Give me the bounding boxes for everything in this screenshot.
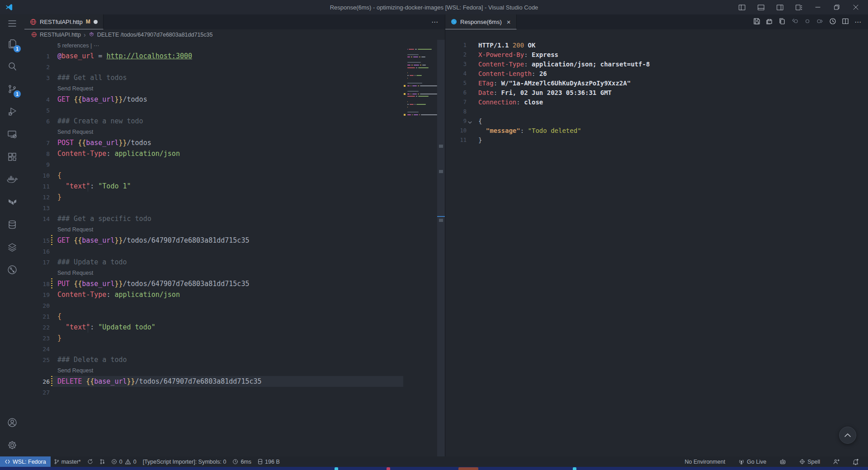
code-line[interactable]: 21{ xyxy=(24,311,403,322)
response-duration[interactable]: 6ms xyxy=(229,456,255,467)
overview-ruler[interactable] xyxy=(437,40,445,456)
breadcrumb-symbol[interactable]: DELETE /todos/647907d7e6803a81dd715c35 xyxy=(97,32,213,38)
response-line[interactable]: 7Connection: close xyxy=(445,97,862,107)
codelens-send-request[interactable]: Send Request xyxy=(24,268,403,278)
code-line[interactable]: 27 xyxy=(24,387,403,398)
notifications-button[interactable] xyxy=(849,456,862,467)
scroll-to-top-button[interactable] xyxy=(839,427,856,444)
docker-icon[interactable] xyxy=(0,168,24,191)
code-line[interactable]: 5 xyxy=(24,105,403,116)
response-line[interactable]: 5ETag: W/"1a-AMze7lc6UhKuDyAszPoIy9Xxz2A… xyxy=(445,78,862,88)
codelens-send-request[interactable]: Send Request xyxy=(24,83,403,94)
response-line[interactable]: 3Content-Type: application/json; charset… xyxy=(445,59,862,69)
code-line[interactable]: 14### Get a specific todo xyxy=(24,213,403,224)
codelens-send-request[interactable]: Send Request xyxy=(24,127,403,137)
codelens-send-request[interactable]: Send Request xyxy=(24,224,403,235)
run-debug-icon[interactable] xyxy=(0,100,24,123)
remote-explorer-icon[interactable] xyxy=(0,123,24,146)
go-live-button[interactable]: Go Live xyxy=(735,456,769,467)
toggle-panel-icon[interactable] xyxy=(753,1,769,13)
customize-layout-icon[interactable] xyxy=(791,1,807,13)
search-icon[interactable] xyxy=(0,55,24,78)
code-line[interactable]: 6### Create a new todo xyxy=(24,116,403,127)
http-editor[interactable]: 5 references | ⋯1@base_url = http://loca… xyxy=(24,40,445,456)
code-line[interactable]: 20 xyxy=(24,300,403,311)
codelens-references[interactable]: 5 references | ⋯ xyxy=(24,40,403,51)
split-editor-icon[interactable] xyxy=(842,18,849,27)
response-line[interactable]: 1HTTP/1.1 200 OK xyxy=(445,40,862,50)
unfold-response-icon[interactable] xyxy=(804,18,811,27)
rerun-request-icon[interactable] xyxy=(829,18,836,27)
taskbar-sliver[interactable] xyxy=(0,467,868,470)
close-button[interactable] xyxy=(848,1,863,13)
extensions-icon[interactable] xyxy=(0,146,24,168)
toggle-sidebar-icon[interactable] xyxy=(734,1,750,13)
code-line[interactable]: 1@base_url = http://localhost:3000 xyxy=(24,51,403,61)
code-line[interactable]: 23} xyxy=(24,333,403,343)
code-line[interactable]: 9 xyxy=(24,159,403,170)
restore-button[interactable] xyxy=(829,1,844,13)
response-line[interactable]: 6Date: Fri, 02 Jun 2023 05:36:31 GMT xyxy=(445,88,862,97)
code-line[interactable]: 16 xyxy=(24,246,403,257)
code-line[interactable]: 25### Delete a todo xyxy=(24,354,403,365)
response-size[interactable]: 196 B xyxy=(255,456,283,467)
fold-response-icon[interactable] xyxy=(791,18,798,27)
toggle-secondary-sidebar-icon[interactable] xyxy=(772,1,788,13)
response-line[interactable]: 2X-Powered-By: Express xyxy=(445,50,862,59)
response-line[interactable]: 10 "message": "Todo deleted" xyxy=(445,126,862,135)
problems-indicator[interactable]: 0 0 xyxy=(108,456,140,467)
breadcrumb-file[interactable]: RESTfulAPI.http xyxy=(40,32,81,38)
source-control-icon[interactable]: 1 xyxy=(0,78,24,100)
code-line[interactable]: 17### Update a todo xyxy=(24,257,403,268)
code-line[interactable]: 7POST {{base_url}}/todos xyxy=(24,137,403,148)
close-tab-icon[interactable]: × xyxy=(507,19,511,25)
layers-icon[interactable] xyxy=(0,236,24,258)
code-line[interactable]: 12} xyxy=(24,192,403,202)
menu-icon[interactable] xyxy=(0,14,24,33)
save-response-body-icon[interactable] xyxy=(766,18,773,27)
spell-checker-status[interactable]: Spell xyxy=(796,456,823,467)
codelens-send-request[interactable]: Send Request xyxy=(24,365,403,376)
minimap[interactable] xyxy=(404,49,437,120)
code-line[interactable]: 11 "text": "Todo 1" xyxy=(24,181,403,192)
robot-button[interactable] xyxy=(776,456,789,467)
remote-indicator[interactable]: WSL: Fedora xyxy=(0,456,51,467)
settings-gear-icon[interactable] xyxy=(0,434,24,456)
account-icon[interactable] xyxy=(0,411,24,434)
response-line[interactable]: 8 xyxy=(445,107,862,116)
feedback-button[interactable] xyxy=(830,456,843,467)
code-line[interactable]: 13 xyxy=(24,202,403,213)
code-line[interactable]: 8Content-Type: application/json xyxy=(24,148,403,159)
response-line[interactable]: 4Content-Length: 26 xyxy=(445,69,862,78)
sync-button[interactable] xyxy=(84,456,96,467)
ts-importer-status[interactable]: [TypeScript Importer]: Symbols: 0 xyxy=(140,456,230,467)
terraform-icon[interactable] xyxy=(0,191,24,213)
database-icon[interactable] xyxy=(0,213,24,236)
code-line[interactable]: 4GET {{base_url}}/todos xyxy=(24,94,403,105)
code-line[interactable]: 22 "text": "Updated todo" xyxy=(24,322,403,333)
code-line[interactable]: 24 xyxy=(24,343,403,354)
code-line[interactable]: 18PUT {{base_url}}/todos/647907d7e6803a8… xyxy=(24,278,403,289)
copy-response-icon[interactable] xyxy=(778,18,786,27)
code-line[interactable]: 26DELETE {{base_url}}/todos/647907d7e680… xyxy=(24,376,403,387)
code-line[interactable]: 2 xyxy=(24,61,403,72)
explorer-icon[interactable]: 1 xyxy=(0,33,24,55)
code-line[interactable]: 3### Get all todos xyxy=(24,72,403,83)
more-actions-icon[interactable]: ⋯ xyxy=(431,18,439,26)
branch-indicator[interactable]: master* xyxy=(51,456,84,467)
tab-restfulapi-http[interactable]: RESTfulAPI.http M xyxy=(24,14,104,29)
response-line[interactable]: 11} xyxy=(445,135,862,145)
response-line[interactable]: 9{ xyxy=(445,116,862,126)
fold-chevron-icon[interactable] xyxy=(468,118,472,126)
response-editor[interactable]: 1HTTP/1.1 200 OK2X-Powered-By: Express3C… xyxy=(445,29,868,456)
minimize-button[interactable] xyxy=(810,1,826,13)
save-response-icon[interactable] xyxy=(753,18,760,27)
code-line[interactable]: 15GET {{base_url}}/todos/647907d7e6803a8… xyxy=(24,235,403,246)
more-actions-icon[interactable]: ⋯ xyxy=(854,18,862,26)
environment-indicator[interactable]: No Environment xyxy=(681,456,728,467)
git-graph-button[interactable] xyxy=(96,456,108,467)
code-line[interactable]: 10{ xyxy=(24,170,403,181)
next-response-icon[interactable] xyxy=(816,18,824,27)
code-graph-icon[interactable] xyxy=(0,258,24,281)
tab-response[interactable]: Response(6ms) × xyxy=(445,14,517,29)
